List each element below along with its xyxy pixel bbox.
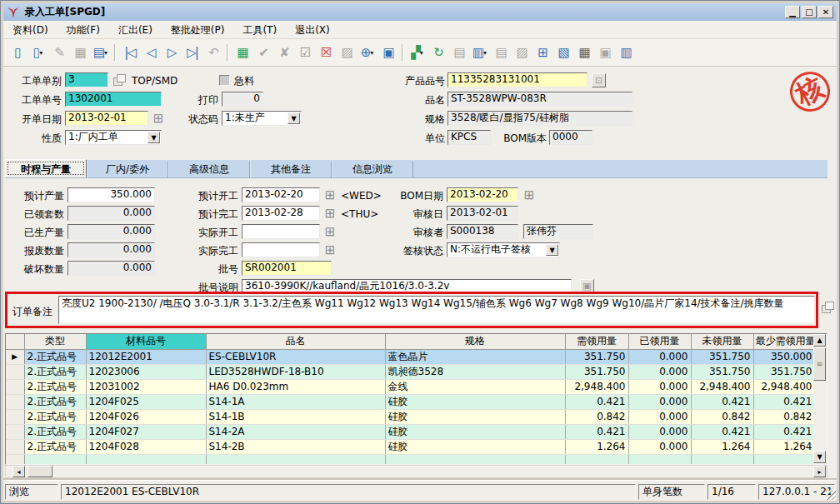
plan-start-calendar-icon[interactable]: ⊞ — [322, 187, 338, 202]
cell-code[interactable]: 1204F026 — [86, 409, 206, 424]
next-record-button[interactable]: ▷ — [162, 43, 181, 62]
cell-type[interactable]: 2.正式品号 — [24, 394, 86, 409]
cell-spec[interactable]: 硅胶 — [385, 409, 565, 424]
row-selector-cell[interactable] — [6, 424, 24, 439]
grid-row[interactable]: 2.正式品号1204F028S14-2B硅胶1.2640.0001.2641.2… — [6, 439, 815, 454]
copy-search-button[interactable]: ⊞ — [532, 43, 552, 62]
cell-need[interactable]: 1.264 — [565, 439, 628, 454]
titlebar[interactable]: 录入工单[SPGD] ▁□✕ — [3, 3, 837, 21]
tab-advanced-info[interactable]: 高级信息 — [168, 161, 250, 177]
sign-status-select[interactable]: N:不运行电子签核▼ — [447, 242, 560, 257]
cell-name[interactable]: S14-2B — [206, 439, 385, 454]
product-lookup-icon[interactable]: ⊡ — [592, 73, 606, 87]
maximize-button[interactable]: □ — [802, 6, 817, 18]
scroll-down-icon[interactable]: ▼ — [813, 451, 826, 463]
bom-date-calendar-icon[interactable]: ⊞ — [522, 187, 537, 202]
open-date-calendar-icon[interactable]: ⊞ — [151, 111, 166, 126]
cell-taken[interactable]: 0.000 — [628, 364, 691, 379]
resize-grip[interactable] — [826, 490, 836, 500]
purge-records-button[interactable]: ▦ — [574, 43, 593, 62]
grid-row[interactable]: 2.正式品号12023006LED3528HWDF-18-B10凯昶德35283… — [6, 364, 815, 379]
plan-finish-calendar-icon[interactable]: ⊞ — [322, 206, 338, 221]
cell-spec[interactable]: 金线 — [385, 379, 565, 394]
window-copy-button[interactable]: ▧ — [553, 43, 572, 62]
cell-empty[interactable] — [628, 454, 691, 465]
cell-need[interactable]: 0.421 — [565, 394, 628, 409]
tab-schedule[interactable]: 时程与产量 — [5, 159, 87, 177]
zoom-search-dropdown-arrow[interactable]: ▾ — [370, 49, 373, 57]
cell-spec[interactable]: 蓝色晶片 — [385, 349, 565, 364]
cell-code[interactable]: 12031002 — [86, 379, 206, 394]
cell-need[interactable]: 0.421 — [565, 424, 628, 439]
cell-untaken[interactable]: 0.421 — [691, 424, 753, 439]
cell-min[interactable]: 2,948.400 — [753, 379, 815, 394]
cell-spec[interactable]: 硅胶 — [385, 439, 565, 454]
planned-qty-field[interactable]: 350.000 — [68, 187, 155, 202]
column-header-need[interactable]: 需领用量 — [565, 334, 628, 349]
menu-tools[interactable]: 工具(T) — [233, 21, 286, 39]
goto-link-button[interactable]: ↻ — [428, 43, 448, 62]
grid-row[interactable]: 2.正式品号1204F025S14-1A硅胶0.4210.0000.4210.4… — [6, 394, 815, 409]
cell-empty[interactable] — [86, 454, 206, 465]
cell-untaken[interactable]: 351.750 — [691, 349, 753, 364]
cell-untaken[interactable]: 351.750 — [691, 364, 753, 379]
cell-need[interactable]: 2,948.400 — [565, 379, 628, 394]
order-note-text[interactable]: 亮度U2 1900-2130/ /电压Q 3.0-3.1/R 3.1-3.2/主… — [58, 296, 815, 324]
grid-row[interactable]: 2.正式品号1204F027S14-2A硅胶0.4210.0000.4210.4… — [6, 424, 815, 439]
cell-untaken[interactable]: 0.421 — [691, 394, 753, 409]
wo-type-field[interactable]: 3 — [65, 72, 108, 87]
actual-start-field[interactable] — [242, 224, 320, 239]
urgent-checkbox[interactable] — [219, 75, 230, 86]
cell-code[interactable]: 12023006 — [86, 364, 206, 379]
find-document-dropdown-arrow[interactable]: ▾ — [39, 49, 42, 57]
cell-type[interactable]: 2.正式品号 — [24, 424, 86, 439]
cell-empty[interactable] — [24, 454, 86, 465]
copy-windows-icon[interactable] — [113, 74, 127, 86]
tab-other-notes[interactable]: 其他备注 — [250, 161, 332, 177]
column-header-min[interactable]: 最少需领用量 — [753, 334, 815, 349]
cell-min[interactable]: 1.264 — [753, 439, 815, 454]
last-record-button[interactable]: ▷| — [182, 43, 202, 62]
vertical-scroll-thumb[interactable]: ≡ — [813, 347, 826, 381]
cell-need[interactable]: 351.750 — [565, 364, 628, 379]
cell-type[interactable]: 2.正式品号 — [24, 349, 86, 364]
nature-dropdown-icon[interactable]: ▼ — [148, 132, 160, 143]
plan-start-field[interactable]: 2013-02-20 — [242, 187, 320, 202]
open-date-field[interactable]: 2013-02-01 — [65, 111, 148, 126]
clipboard-new-button[interactable]: ▣ — [378, 43, 398, 62]
plan-finish-field[interactable]: 2013-02-28 — [242, 206, 320, 221]
cell-empty[interactable] — [206, 454, 385, 465]
close-document-button[interactable]: ☒ — [316, 43, 335, 62]
cell-taken[interactable]: 0.000 — [628, 394, 691, 409]
zoom-search-button[interactable]: ⊕▾ — [358, 43, 377, 62]
minimize-button[interactable]: ▁ — [785, 6, 800, 18]
cell-empty[interactable] — [753, 454, 815, 465]
cell-taken[interactable]: 0.000 — [628, 409, 691, 424]
scroll-right-icon[interactable]: ▸ — [813, 466, 826, 477]
order-note-detail-icon[interactable] — [822, 302, 835, 313]
row-selector-cell[interactable]: ▶ — [6, 349, 24, 364]
row-selector-cell[interactable] — [6, 454, 24, 465]
cell-name[interactable]: HA6 D0.023mm — [206, 379, 385, 394]
cell-untaken[interactable]: 2,948.400 — [691, 379, 753, 394]
cell-untaken[interactable]: 1.264 — [691, 439, 753, 454]
cell-taken[interactable]: 0.000 — [628, 349, 691, 364]
cell-type[interactable]: 2.正式品号 — [24, 379, 86, 394]
row-selector-cell[interactable] — [6, 364, 24, 379]
cell-min[interactable]: 0.421 — [753, 394, 815, 409]
menu-batch[interactable]: 整批处理(P) — [162, 21, 234, 39]
print-dropdown-arrow[interactable]: ▾ — [104, 49, 108, 57]
column-header-name[interactable]: 品名 — [206, 334, 385, 349]
grid-row[interactable]: ▶2.正式品号12012E2001ES-CEBLV10R蓝色晶片351.7500… — [6, 349, 815, 364]
preview-window-dropdown-arrow[interactable]: ▾ — [483, 49, 487, 57]
cell-type[interactable]: 2.正式品号 — [24, 364, 86, 379]
close-button[interactable]: ✕ — [818, 6, 833, 18]
cell-taken[interactable]: 0.000 — [628, 439, 691, 454]
cell-empty[interactable] — [385, 454, 565, 465]
cell-empty[interactable] — [691, 454, 753, 465]
grid-row[interactable]: 2.正式品号1204F026S14-1B硅胶0.8420.0000.8420.8… — [6, 409, 815, 424]
column-header-taken[interactable]: 已领用量 — [628, 334, 691, 349]
print-button[interactable]: ▤▾ — [91, 43, 110, 62]
cell-code[interactable]: 1204F027 — [86, 424, 206, 439]
cell-type[interactable]: 2.正式品号 — [24, 409, 86, 424]
